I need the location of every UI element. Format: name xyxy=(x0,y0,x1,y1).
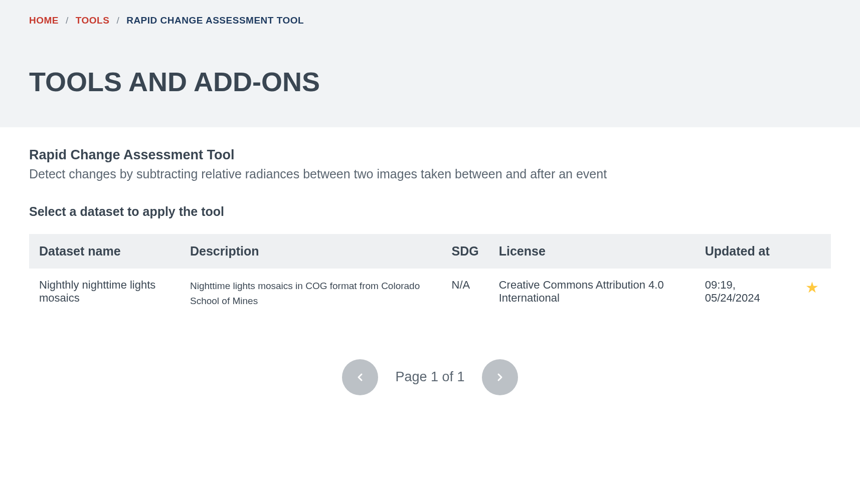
header-star xyxy=(795,234,831,269)
pagination: Page 1 of 1 xyxy=(29,359,831,395)
breadcrumb-tools-link[interactable]: TOOLS xyxy=(76,15,110,26)
breadcrumb-separator: / xyxy=(66,15,69,26)
header-license: License xyxy=(489,234,695,269)
header-description: Description xyxy=(180,234,442,269)
chevron-right-icon xyxy=(494,371,506,383)
pagination-prev-button[interactable] xyxy=(342,359,378,395)
cell-updated-at: 09:19, 05/24/2024 xyxy=(695,269,795,319)
breadcrumb-home-link[interactable]: HOME xyxy=(29,15,59,26)
breadcrumb-current: RAPID CHANGE ASSESSMENT TOOL xyxy=(126,15,304,26)
header-updated-at: Updated at xyxy=(695,234,795,269)
star-icon[interactable]: ★ xyxy=(805,279,819,296)
table-header-row: Dataset name Description SDG License Upd… xyxy=(29,234,831,269)
cell-sdg: N/A xyxy=(442,269,489,319)
breadcrumb-separator: / xyxy=(116,15,119,26)
header-dataset-name: Dataset name xyxy=(29,234,180,269)
chevron-left-icon xyxy=(354,371,366,383)
cell-description: Nighttime lights mosaics in COG format f… xyxy=(180,269,442,319)
pagination-text: Page 1 of 1 xyxy=(395,369,464,385)
dataset-table: Dataset name Description SDG License Upd… xyxy=(29,234,831,319)
pagination-next-button[interactable] xyxy=(482,359,518,395)
breadcrumb: HOME / TOOLS / RAPID CHANGE ASSESSMENT T… xyxy=(29,15,831,26)
select-dataset-label: Select a dataset to apply the tool xyxy=(29,204,831,219)
content-section: Rapid Change Assessment Tool Detect chan… xyxy=(0,127,860,415)
header-sdg: SDG xyxy=(442,234,489,269)
cell-license: Creative Commons Attribution 4.0 Interna… xyxy=(489,269,695,319)
page-title: TOOLS AND ADD-ONS xyxy=(29,66,831,97)
cell-favorite: ★ xyxy=(795,269,831,319)
cell-dataset-name: Nighthly nighttime lights mosaics xyxy=(29,269,180,319)
header-section: HOME / TOOLS / RAPID CHANGE ASSESSMENT T… xyxy=(0,0,860,127)
table-row[interactable]: Nighthly nighttime lights mosaics Nightt… xyxy=(29,269,831,319)
tool-title: Rapid Change Assessment Tool xyxy=(29,147,831,163)
tool-description: Detect changes by subtracting relative r… xyxy=(29,167,831,181)
